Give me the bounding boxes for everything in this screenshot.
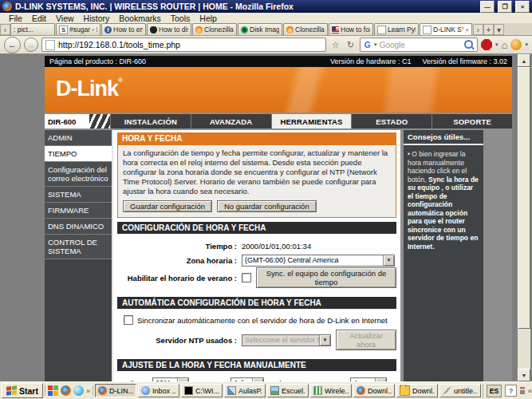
sidebar-item-correo[interactable]: Configuración del correo electrónico [45,162,112,187]
sugarlabs-favicon: S [59,26,68,34]
diagonal-stripes-decoration [89,114,110,128]
sync-computer-time-button[interactable]: Sync. el equipo de configuración de tiem… [256,267,396,288]
extension-caret-icon[interactable]: ▾ [525,41,528,48]
volume-tray-icon[interactable] [520,387,525,394]
vertical-scrollbar[interactable]: ▲ ▼ [518,54,530,381]
ntp-server-select[interactable]: Seleccione el servidor NTP ▼ [242,334,331,346]
tab-sugar[interactable]: S #sugar - Sug... [56,23,100,35]
sidebar-item-sistema[interactable]: SISTEMA [45,187,112,203]
tab-how-to-disable[interactable]: How to disabl... [147,23,191,35]
taskbar-button-inbox[interactable]: Inbox ... [138,384,179,397]
taskbar-button-cmd[interactable]: C:\WI... [181,384,223,397]
close-button[interactable]: × [515,1,530,13]
quicklaunch-overflow-icon[interactable]: » [86,387,90,395]
system-tray: ES ? « 11:29 PM [483,384,532,398]
sidebar-item-admin[interactable]: ADMIN [45,130,112,146]
windows-logo-icon[interactable] [48,385,58,396]
task-label: Inbox ... [152,387,176,395]
sidebar-item-firmware[interactable]: FIRMWARE [45,203,112,219]
help-tray-icon[interactable]: ? [505,385,517,397]
tab-herramientas[interactable]: HERRAMIENTAS [271,114,352,128]
reload-icon[interactable]: ↻ [345,38,357,51]
menu-help[interactable]: Help [195,14,222,23]
tray-chevron-icon[interactable]: « [528,387,532,395]
taskbar-button-downloads-folder[interactable]: Downl... [396,384,438,397]
tab-soporte[interactable]: SOPORTE [432,114,512,128]
home-icon[interactable]: ⌂ [502,39,508,51]
extension-icon[interactable] [510,39,522,50]
keyboard-language-indicator[interactable]: ES [487,385,502,397]
taskbar-button-wireless[interactable]: Wirele... [310,384,352,397]
dlink-logo: D-Link® [56,77,122,101]
tab-instalacion[interactable]: INSTALACIÓN [110,114,191,128]
adblock-caret-icon[interactable]: ▾ [495,41,499,48]
menu-history[interactable]: History [79,14,115,23]
menu-view[interactable]: View [51,14,79,23]
scroll-down-icon[interactable]: ▼ [518,369,530,381]
tab-how-to-enable[interactable]: f How to enabl... [101,23,146,35]
tab-scroll-left-icon[interactable]: ‹ [0,24,10,35]
menu-tools[interactable]: Tools [166,14,195,23]
update-now-button[interactable]: Actualizar ahora [336,330,396,350]
dropdown-arrow-icon[interactable]: ▼ [319,335,330,346]
scroll-up-icon[interactable]: ▲ [518,54,530,67]
tab-disk-imaging[interactable]: Disk Imaging ... [238,23,282,35]
new-tab-button[interactable]: + [483,24,494,35]
save-config-button[interactable]: Guardar configuración [123,200,212,212]
list-all-tabs-icon[interactable]: ▾ [494,24,504,35]
browser-globe-icon[interactable] [73,385,84,396]
taskbar-button-downloads-firefox[interactable]: Downl... [353,384,395,397]
task-label: C:\WI... [195,387,219,395]
timezone-value: (GMT-06:00) Central America [242,256,383,264]
tab-scroll-right-icon[interactable]: › [473,24,483,35]
window-titlebar: D-LINK SYSTEMS, INC. | WIRELESS ROUTER |… [0,0,532,13]
hints-text: • O bien ingresar la hora manualmente ha… [404,145,483,255]
forward-button[interactable]: → [24,38,38,52]
taskbar-button-untitled[interactable]: untitle... [439,384,481,397]
menu-edit[interactable]: Edit [27,14,51,23]
tab-clonezilla-s[interactable]: Clonezilla - S... [283,23,328,35]
minimize-button[interactable]: — [480,1,495,13]
tab-how-to-format[interactable]: How to form... [329,23,373,35]
taskbar-button-escuela[interactable]: Escuel... [267,384,309,397]
taskbar-button-dlink[interactable]: D-LIN... [95,384,136,397]
tab-avanzada[interactable]: AVANZADA [191,114,271,128]
search-icon[interactable] [464,40,475,50]
scrollbar-thumb[interactable] [518,67,530,329]
section-title-configuracion: CONFIGURACIÓN DE HORA Y FECHA [117,222,396,234]
ntp-server-value: Seleccione el servidor NTP [242,336,319,344]
back-button[interactable]: ← [4,37,21,53]
windows-taskbar: Start » D-LIN... Inbox ... C:\WI... Aula… [0,381,532,399]
discard-config-button[interactable]: No guardar configuración [217,200,317,212]
router-sidebar: ADMIN TIEMPO Configuración del correo el… [45,130,113,381]
taskbar-button-aulasp[interactable]: AulasP... [224,384,266,397]
adblock-icon[interactable] [481,39,492,50]
dropdown-arrow-icon[interactable]: ▼ [383,255,394,266]
search-input[interactable]: G ▾ Google [360,38,478,52]
sidebar-item-control-de-sistema[interactable]: CONTROL DE SISTEMA [45,235,112,259]
feather-icon [443,386,451,395]
tab-pict[interactable]: : pict... [10,23,55,35]
sidebar-item-dns-dinamico[interactable]: DNS DINAMICO [45,219,112,235]
image-icon [270,386,279,395]
bookmark-star-icon[interactable]: ☆ [329,38,341,51]
restore-button[interactable]: ❐ [498,1,512,13]
start-button[interactable]: Start [2,383,43,398]
firefox-icon [98,386,107,395]
tab-clonezilla-r[interactable]: Clonezilla - R... [192,23,237,35]
tab-estado[interactable]: ESTADO [351,114,432,128]
url-input[interactable]: http://192.168.0.1/tools_time.php [41,38,326,52]
tab-close-icon[interactable]: × [465,26,469,34]
tab-learn-python[interactable]: Learn Python... [374,23,419,35]
menu-bookmarks[interactable]: Bookmarks [114,14,166,23]
dst-checkbox[interactable] [242,273,251,282]
intro-text: La configuración de tiempo y fecha permi… [123,148,391,196]
product-name: Página del producto : DIR-600 [49,57,146,65]
menu-file[interactable]: File [4,14,27,23]
auto-sync-checkbox[interactable] [124,315,133,325]
firefox-quicklaunch-icon[interactable] [61,385,71,396]
sidebar-item-tiempo[interactable]: TIEMPO [45,146,112,162]
tab-dlink-active[interactable]: D-LINK SY... × [420,23,472,35]
timezone-select[interactable]: (GMT-06:00) Central America ▼ [242,255,395,267]
search-engine-caret-icon[interactable]: ▾ [374,41,377,48]
